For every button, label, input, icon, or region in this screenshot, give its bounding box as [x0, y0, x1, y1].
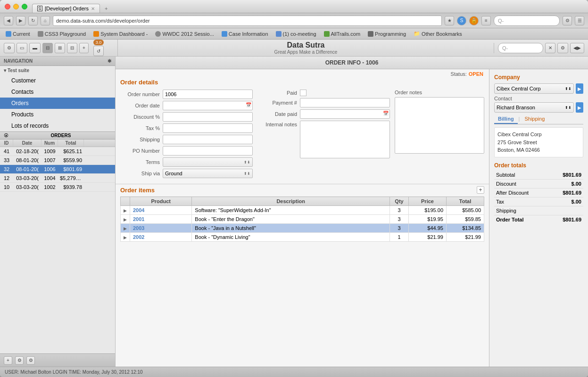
nav-settings-icon[interactable]: ✱ — [108, 58, 111, 64]
sidebar-item-lots[interactable]: Lots of records — [0, 120, 115, 131]
settings-icon[interactable]: ⚙ — [563, 16, 572, 25]
date-paid-calendar-icon[interactable]: 📅 — [383, 111, 389, 116]
extension-icon-2[interactable]: 🔒 — [469, 16, 479, 25]
url-input[interactable]: demo.data-sutra.com/ds/developer/order — [53, 16, 442, 26]
tab-billing[interactable]: Billing — [494, 115, 518, 124]
bookmark-label-wwdc: WWDC 2012 Sessio... — [162, 31, 214, 37]
shipping-field[interactable] — [163, 135, 253, 144]
table-row[interactable]: 32 08-01-20( 1006 $801.69 — [0, 165, 115, 174]
row-expand-icon[interactable]: ▶ — [124, 235, 127, 240]
row-expand-icon[interactable]: ▶ — [124, 208, 127, 213]
url-text: demo.data-sutra.com/ds/developer/order — [56, 18, 150, 24]
add-view-button[interactable]: + — [79, 43, 89, 53]
table-row[interactable]: 10 03-03-20( 1002 $939.78 — [0, 183, 115, 192]
extension-icon-1[interactable]: S — [457, 16, 466, 25]
action-button[interactable]: ⚙ — [26, 356, 35, 365]
bookmark-current[interactable]: Current — [4, 30, 32, 38]
tax-field[interactable] — [163, 123, 253, 133]
calendar-icon[interactable]: 📅 — [246, 102, 251, 107]
col-product[interactable]: Product — [130, 197, 192, 206]
refresh-button[interactable]: ↺ — [93, 46, 104, 56]
gear-button[interactable]: ⚙ — [4, 43, 15, 53]
add-item-button[interactable]: + — [477, 186, 484, 194]
view-btn-1[interactable]: ▭ — [17, 43, 27, 53]
forward-button[interactable]: ▶ — [16, 16, 25, 25]
bookmark-other[interactable]: 📁 Other Bookmarks — [412, 30, 464, 38]
table-row[interactable]: 33 08-01-20( 1007 $559.90 — [0, 156, 115, 165]
sidebar-item-orders[interactable]: Orders — [0, 98, 115, 109]
col-date[interactable]: Date — [13, 139, 41, 147]
contact-select[interactable]: Richard Branson ⬆⬇ — [494, 102, 574, 113]
paid-checkbox[interactable] — [300, 90, 306, 96]
close-button[interactable] — [5, 4, 10, 9]
bookmark-wwdc[interactable]: WWDC 2012 Sessio... — [153, 30, 215, 38]
bookmark-css3[interactable]: CSS3 Playground — [36, 30, 88, 38]
bookmark-system[interactable]: System Dashboard - — [91, 30, 149, 38]
ship-via-select[interactable]: Ground ⬆⬇ — [163, 169, 253, 178]
view-btn-2[interactable]: ▬ — [29, 43, 41, 53]
table-row[interactable]: 41 02-18-20( 1009 $625.11 — [0, 147, 115, 156]
order-date-field[interactable]: 📅 — [163, 101, 253, 110]
list-item[interactable]: ▶ 2003 Book - "Java in a Nutshell" 3 $44… — [121, 224, 484, 233]
toolbar-extra-btn[interactable]: ⚙ — [557, 43, 568, 53]
company-nav-arrow[interactable]: ▶ — [576, 83, 583, 94]
home-button[interactable]: ⌂ — [41, 16, 50, 25]
col-description[interactable]: Description — [192, 197, 390, 206]
po-number-row: PO Number — [120, 146, 253, 156]
view-btn-4[interactable]: ⊞ — [55, 43, 65, 53]
view-btn-3[interactable]: ⊟ — [42, 43, 53, 53]
maximize-button[interactable] — [22, 4, 27, 9]
minimize-button[interactable] — [13, 4, 19, 9]
discount-label: Discount % — [120, 114, 163, 120]
order-number-field[interactable]: 1006 — [163, 90, 253, 99]
table-row[interactable]: 12 03-03-20( 1004 $5,279.40 — [0, 174, 115, 183]
discount-field[interactable] — [163, 112, 253, 122]
bookmark-icon[interactable]: ★ — [445, 16, 454, 25]
toolbar-nav-btn[interactable]: ◀▶ — [570, 43, 584, 53]
tab-shipping[interactable]: Shipping — [521, 115, 548, 124]
company-select[interactable]: Cibex Central Corp ⬆⬇ — [494, 83, 574, 94]
list-item[interactable]: ▶ 2001 Book - "Enter the Dragon" 3 $19.9… — [121, 215, 484, 224]
payment-field[interactable] — [300, 98, 390, 107]
bookmark-alltrails[interactable]: AllTrails.com — [322, 30, 363, 38]
menu-icon[interactable]: ☰ — [575, 16, 584, 25]
back-button[interactable]: ◀ — [4, 16, 13, 25]
col-num[interactable]: Num — [41, 139, 58, 147]
tab-close-icon[interactable]: ✕ — [91, 6, 95, 11]
bookmark-case[interactable]: Case Information — [220, 30, 270, 38]
tab-title: [Developer] Orders — [45, 6, 89, 11]
sidebar-item-products[interactable]: Products — [0, 109, 115, 120]
settings-button[interactable]: ⚙ — [15, 356, 24, 365]
sidebar-item-contacts[interactable]: Contacts — [0, 86, 115, 98]
reload-button[interactable]: ↻ — [28, 16, 38, 25]
view-btn-5[interactable]: ⊟ — [67, 43, 77, 53]
col-id[interactable]: ID — [0, 139, 13, 147]
col-total[interactable]: Total — [447, 197, 484, 206]
extension-icon-3[interactable]: ≡ — [481, 16, 491, 25]
date-paid-field[interactable]: 📅 — [300, 109, 390, 119]
browser-search-input[interactable]: Q- — [494, 16, 560, 26]
sidebar-item-customer[interactable]: Customer — [0, 75, 115, 86]
order-notes-field[interactable] — [395, 97, 484, 154]
bookmark-comeeting[interactable]: (1) co-meeting — [274, 30, 318, 38]
app-search-input[interactable]: Q- — [498, 43, 543, 53]
col-qty[interactable]: Qty — [390, 197, 409, 206]
date-paid-row: Date paid 📅 — [257, 109, 390, 119]
row-expand-icon[interactable]: ▶ — [124, 226, 127, 231]
col-price[interactable]: Price — [409, 197, 447, 206]
row-expand-icon[interactable]: ▶ — [124, 217, 127, 222]
terms-select[interactable]: ⬆⬇ — [163, 157, 253, 167]
new-tab-button[interactable]: + — [100, 4, 112, 13]
list-item[interactable]: ▶ 2004 Software: "SuperWidgets Add-In" 3… — [121, 206, 484, 215]
list-item[interactable]: ▶ 2002 Book - "Dynamic Living" 1 $21.99 … — [121, 233, 484, 242]
po-number-field[interactable] — [163, 146, 253, 156]
contact-value: Richard Branson — [497, 105, 535, 110]
orders-radio[interactable]: ⦿ — [4, 133, 8, 138]
internal-notes-field[interactable] — [300, 121, 390, 158]
browser-tab[interactable]: 🅂 [Developer] Orders ✕ — [32, 4, 100, 13]
col-total[interactable]: Total — [58, 139, 84, 147]
toolbar-search-btn[interactable]: ✕ — [545, 43, 555, 53]
add-record-button[interactable]: + — [4, 356, 12, 365]
bookmark-programming[interactable]: Programming — [366, 30, 408, 38]
contact-nav-arrow[interactable]: ▶ — [576, 102, 583, 113]
